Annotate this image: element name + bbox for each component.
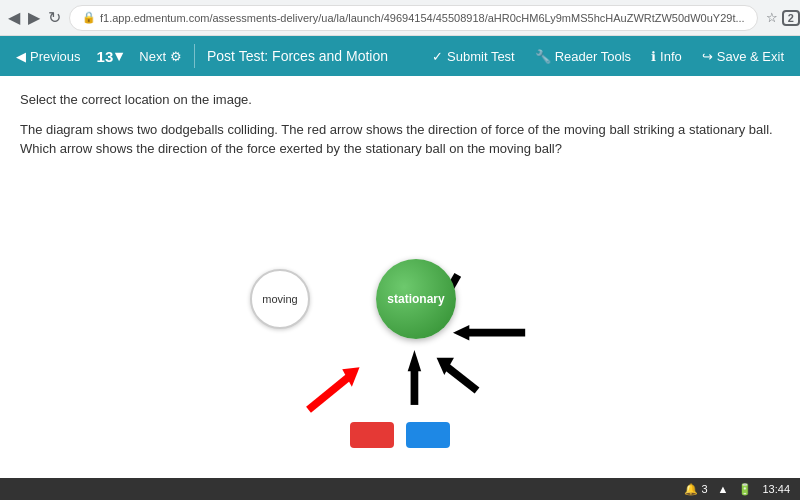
next-button[interactable]: Next ⚙ bbox=[131, 45, 190, 68]
browser-back-button[interactable]: ◀ bbox=[8, 4, 20, 32]
blue-answer-button[interactable] bbox=[406, 422, 450, 448]
question-body: The diagram shows two dodgeballs collidi… bbox=[20, 120, 780, 159]
test-title: Post Test: Forces and Motion bbox=[207, 48, 388, 64]
notification-icon: 🔔 3 bbox=[684, 483, 707, 496]
toolbar-right: ✓ Submit Test 🔧 Reader Tools ℹ Info ↪ Sa… bbox=[424, 45, 792, 68]
svg-line-10 bbox=[309, 376, 350, 410]
reader-tools-button[interactable]: 🔧 Reader Tools bbox=[527, 45, 639, 68]
wrench-icon: 🔧 bbox=[535, 49, 551, 64]
clock: 13:44 bbox=[762, 483, 790, 495]
browser-forward-button[interactable]: ▶ bbox=[28, 4, 40, 32]
browser-bar: ◀ ▶ ↻ 🔒 f1.app.edmentum.com/assessments-… bbox=[0, 0, 800, 36]
previous-label: Previous bbox=[30, 49, 81, 64]
next-settings-icon: ⚙ bbox=[170, 49, 182, 64]
tab-count[interactable]: 2 bbox=[782, 10, 800, 26]
question-text: Select the correct location on the image… bbox=[0, 76, 800, 159]
stationary-ball[interactable]: stationary bbox=[376, 259, 456, 339]
submit-icon: ✓ bbox=[432, 49, 443, 64]
exit-icon: ↪ bbox=[702, 49, 713, 64]
svg-marker-5 bbox=[453, 325, 469, 340]
chevron-icon[interactable]: ▾ bbox=[115, 47, 123, 65]
previous-button[interactable]: ◀ Previous bbox=[8, 45, 89, 68]
moving-ball[interactable]: moving bbox=[250, 269, 310, 329]
prev-arrow-icon: ◀ bbox=[16, 49, 26, 64]
svg-marker-9 bbox=[408, 350, 421, 371]
diagram-area[interactable]: stationary moving bbox=[0, 169, 800, 429]
bottom-buttons bbox=[0, 414, 800, 456]
info-button[interactable]: ℹ Info bbox=[643, 45, 690, 68]
url-text: f1.app.edmentum.com/assessments-delivery… bbox=[100, 12, 745, 24]
wifi-icon: ▲ bbox=[718, 483, 729, 495]
stationary-label: stationary bbox=[387, 292, 444, 306]
star-icon[interactable]: ☆ bbox=[766, 10, 778, 25]
next-label: Next bbox=[139, 49, 166, 64]
moving-label: moving bbox=[262, 293, 297, 305]
red-answer-button[interactable] bbox=[350, 422, 394, 448]
info-icon: ℹ bbox=[651, 49, 656, 64]
browser-refresh-button[interactable]: ↻ bbox=[48, 4, 61, 32]
save-exit-button[interactable]: ↪ Save & Exit bbox=[694, 45, 792, 68]
address-bar[interactable]: 🔒 f1.app.edmentum.com/assessments-delive… bbox=[69, 5, 758, 31]
main-content: Select the correct location on the image… bbox=[0, 76, 800, 478]
browser-actions: ☆ 2 ⋮ bbox=[766, 10, 800, 26]
status-right: 🔔 3 ▲ 🔋 13:44 bbox=[684, 483, 790, 496]
status-bar: 🔔 3 ▲ 🔋 13:44 bbox=[0, 478, 800, 500]
app-toolbar: ◀ Previous 13 ▾ Next ⚙ Post Test: Forces… bbox=[0, 36, 800, 76]
question-number: 13 ▾ bbox=[97, 47, 124, 65]
toolbar-divider bbox=[194, 44, 195, 68]
instruction-text: Select the correct location on the image… bbox=[20, 90, 780, 110]
battery-icon: 🔋 bbox=[738, 483, 752, 496]
svg-line-6 bbox=[446, 366, 477, 390]
submit-test-button[interactable]: ✓ Submit Test bbox=[424, 45, 523, 68]
